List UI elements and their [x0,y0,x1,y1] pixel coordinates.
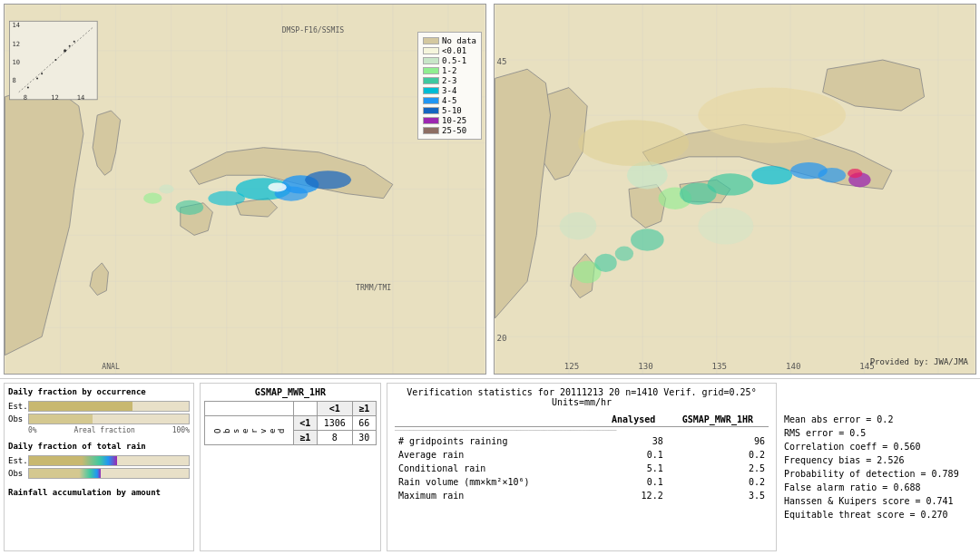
maps-section: GSMAP_MWR_1HR estimates for 20111213 20 [0,0,980,379]
contingency-corner-empty [205,402,294,416]
svg-text:135: 135 [712,362,728,371]
contingency-val-12: 66 [352,416,376,431]
svg-text:14: 14 [13,21,21,29]
legend-05-1: 0.5-1 [423,56,476,65]
stat-rms: RMS error = 0.5 [784,428,976,438]
stats-row-3: Rain volume (mm×km²×10⁶) 0.1 0.2 [395,475,769,489]
svg-text:45: 45 [496,57,506,66]
svg-point-38 [64,49,66,52]
est-bar-fill [29,402,132,411]
legend-label-4-5: 4-5 [442,96,456,105]
contingency-row-label-ge1: ≥1 [293,431,317,445]
svg-text:125: 125 [564,362,580,371]
charts-panel: Daily fraction by occurrence Est. Obs 0% [4,383,194,551]
contingency-val-22: 30 [352,431,376,445]
legend-1-2: 1-2 [423,66,476,75]
svg-point-40 [74,41,75,43]
est-label: Est. [8,402,28,411]
legend-25-50: 25-50 [423,126,476,135]
rain-chart-title: Daily fraction of total rain [8,442,190,451]
svg-text:8: 8 [13,76,16,84]
legend-label-05-1: 0.5-1 [442,56,466,65]
contingency-table: <1 ≥1 Observed <1 1306 66 ≥1 8 30 [204,401,377,445]
obs-rain-row: Obs [8,468,190,479]
stats-val-2-gsmap: 2.5 [667,462,769,475]
est-bar-bg [28,401,190,412]
left-map-panel: GSMAP_MWR_1HR estimates for 20111213 20 [4,4,486,375]
svg-rect-25 [10,21,98,99]
contingency-title: GSMAP_MWR_1HR [204,387,377,397]
stat-freq-bias: Frequency bias = 2.526 [784,455,976,465]
svg-text:DMSP-F16/SSMIS: DMSP-F16/SSMIS [282,25,345,34]
contingency-row-lt1: Observed <1 1306 66 [205,416,377,431]
svg-point-22 [143,193,162,204]
svg-point-71 [707,173,753,195]
occurrence-chart-title: Daily fraction by occurrence [8,387,190,396]
legend-color-10-25 [423,117,439,124]
stats-val-0-gsmap: 96 [667,434,769,448]
svg-point-74 [818,168,847,182]
legend-panel: No data <0.01 0.5-1 1-2 2-3 [417,32,482,140]
legend-3-4: 3-4 [423,86,476,95]
stat-equitable: Equitable threat score = 0.270 [784,510,976,520]
right-map-panel: Hourly Radar-AMeDAS analysis for 2011121… [494,4,976,375]
legend-001: <0.01 [423,46,476,55]
svg-point-36 [54,59,56,61]
legend-color-5-10 [423,107,439,114]
svg-point-78 [594,254,616,272]
legend-5-10: 5-10 [423,106,476,115]
svg-text:12: 12 [51,93,59,102]
legend-label-10-25: 10-25 [442,116,466,125]
svg-point-81 [560,212,597,240]
stats-label-4: Maximum rain [395,489,601,502]
svg-text:10: 10 [13,58,21,66]
axis-label: Areal fraction [74,426,134,434]
legend-color-1-2 [423,67,439,74]
legend-10-25: 10-25 [423,116,476,125]
stats-val-1-gsmap: 0.2 [667,448,769,462]
col-header-analysed: Analysed [601,413,667,427]
legend-color-001 [423,47,439,54]
legend-label-001: <0.01 [442,46,466,55]
obs-bar-fill [29,414,93,424]
stat-hanssen: Hanssen & Kuipers score = 0.741 [784,496,976,506]
legend-color-25-50 [423,127,439,134]
legend-label-3-4: 3-4 [442,86,456,95]
stat-mean-abs: Mean abs error = 0.2 [784,414,976,424]
contingency-obs-label: Observed [205,416,294,445]
obs-rain-label: Obs [8,469,28,478]
contingency-panel: GSMAP_MWR_1HR <1 ≥1 Observed <1 1306 66 … [200,383,381,551]
obs-bar-bg [28,414,190,424]
est-rain-row: Est. [8,455,190,466]
stats-row-4: Maximum rain 12.2 3.5 [395,489,769,502]
svg-point-34 [41,73,43,74]
stats-val-3-gsmap: 0.2 [667,475,769,489]
map-credit-label: Provided by: JWA/JMA [870,357,968,366]
stats-label-1: Average rain [395,448,601,462]
left-map-svg: 14 12 10 8 8 12 14 ANAL TRMM/TMI DMSP-F1… [5,5,485,374]
svg-point-82 [698,208,753,245]
right-map-svg: 45 40 35 30 25 20 125 130 135 140 145 [495,5,975,374]
stats-label-3: Rain volume (mm×km²×10⁶) [395,475,601,489]
svg-text:8: 8 [24,93,27,102]
legend-label-nodata: No data [442,36,476,45]
svg-point-72 [751,166,792,184]
occurrence-chart: Est. Obs 0% Areal fraction 100% [8,399,190,434]
obs-occurrence-row: Obs [8,414,190,424]
legend-label-5-10: 5-10 [442,106,462,115]
est-occurrence-row: Est. [8,401,190,412]
svg-point-80 [631,229,664,250]
legend-4-5: 4-5 [423,96,476,105]
legend-label-1-2: 1-2 [442,66,456,75]
stats-label-2: Conditional rain [395,462,601,475]
stats-row-0: # gridpoints raining 38 96 [395,434,769,448]
stats-val-1-analysed: 0.1 [601,448,667,462]
col-header-gsmap: GSMAP_MWR_1HR [667,413,769,427]
svg-point-37 [27,87,29,89]
contingency-row-label-lt1: <1 [293,416,317,431]
stat-corr: Correlation coeff = 0.560 [784,442,976,452]
contingency-col-ge1: ≥1 [352,402,376,416]
est-rain-bar-bg [28,455,190,466]
legend-label-2-3: 2-3 [442,76,456,85]
axis-100pct: 100% [172,426,190,434]
